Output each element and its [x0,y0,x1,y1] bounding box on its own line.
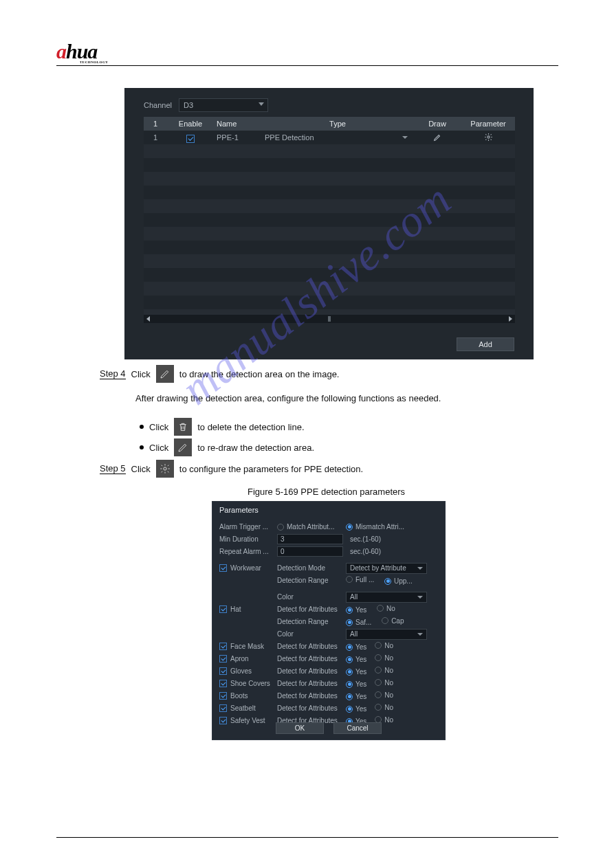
workwear-label: Workwear [230,564,261,572]
shoe-yes-radio[interactable]: Yes [346,680,366,688]
pencil-icon [156,365,174,383]
min-duration-label: Min Duration [219,535,277,543]
row-name: PPE-1 [214,133,262,142]
bullet-icon [140,445,144,449]
enable-checkbox[interactable] [186,135,195,143]
rules-table: 1 Enable Name Type Draw Parameter 1 PPE-… [144,117,515,323]
shoe-no-radio[interactable]: No [375,679,393,687]
table-row [144,186,515,199]
facemask-no-radio[interactable]: No [375,642,393,649]
hat-no-radio[interactable]: No [377,605,395,612]
match-radio[interactable]: Match Attribut... [277,523,338,531]
seatbelt-yes-radio[interactable]: Yes [346,705,366,713]
color-select[interactable]: All [346,592,427,603]
apron-checkbox[interactable] [219,655,227,663]
header-rule [56,65,558,66]
logo-a: a [56,40,66,63]
apron-yes-radio[interactable]: Yes [346,656,366,663]
svg-point-0 [487,135,489,137]
bullet1-click: Click [149,422,168,432]
dfa-label: Detect for Attributes [277,605,346,613]
channel-panel: Channel D3 1 Enable Name Type Draw Param… [124,88,534,359]
table-row [144,144,515,158]
table-row [144,268,515,282]
detection-mode-select[interactable]: Detect by Attribute [346,563,427,574]
table-row [144,282,515,296]
scroll-thumb [328,316,331,322]
logo-hua: hua [66,40,97,63]
draw-icon[interactable] [413,133,461,143]
facemask-yes-radio[interactable]: Yes [346,643,366,651]
chevron-down-icon [417,633,423,636]
min-duration-unit: sec.(1-60) [346,535,438,543]
facemask-checkbox[interactable] [219,643,227,650]
hat-yes-radio[interactable]: Yes [346,606,366,614]
pencil-icon [174,438,192,456]
channel-select[interactable]: D3 [179,98,268,112]
workwear-checkbox[interactable] [219,564,227,572]
row-type-value: PPE Detection [265,133,314,142]
step5-rest: to configure the parameters for PPE dete… [179,464,363,474]
match-label: Match Attribut... [287,523,334,531]
col-enable: Enable [167,120,214,128]
boots-checkbox[interactable] [219,692,227,700]
min-duration-input[interactable] [277,534,343,544]
cap-radio[interactable]: Cap [382,617,404,625]
apron-no-radio[interactable]: No [375,654,393,662]
channel-label: Channel [144,101,172,109]
col-name: Name [214,120,262,128]
gear-icon[interactable] [461,133,515,143]
seatbelt-checkbox[interactable] [219,704,227,712]
col-param: Parameter [461,120,515,128]
step4-label: Step 4 [100,368,126,379]
hat-checkbox[interactable] [219,605,227,613]
gloves-no-radio[interactable]: No [375,667,393,674]
table-row [144,296,515,309]
add-button[interactable]: Add [457,337,514,351]
repeat-alarm-input[interactable] [277,546,343,557]
bullet2-rest: to re-draw the detection area. [197,443,314,453]
trash-icon [174,418,192,436]
table-header: 1 Enable Name Type Draw Parameter [144,117,515,131]
color-label: Color [277,593,346,601]
step5-click: Click [131,464,151,474]
ok-button[interactable]: OK [276,722,324,734]
horizontal-scrollbar[interactable] [144,315,515,323]
chevron-down-icon [417,567,423,570]
cancel-button[interactable]: Cancel [333,722,382,734]
full-radio[interactable]: Full ... [346,576,374,583]
color-value: All [350,593,358,601]
chevron-down-icon [417,596,423,599]
bullet1-rest: to delete the detection line. [197,422,304,432]
hat-label: Hat [230,605,241,613]
table-row: 1 PPE-1 PPE Detection [144,131,515,144]
saf-radio[interactable]: Saf... [346,619,371,626]
table-row [144,241,515,254]
bullet2-click: Click [149,443,168,453]
shoe-checkbox[interactable] [219,680,227,687]
chevron-down-icon [402,136,408,139]
channel-select-value: D3 [179,98,268,112]
scroll-left-icon [146,316,150,322]
boots-yes-radio[interactable]: Yes [346,693,366,700]
step4-rest: to draw the detection area on the image. [179,369,340,379]
step5-label: Step 5 [100,463,126,474]
dialog-title: Parameters [212,502,445,521]
boots-no-radio[interactable]: No [375,691,393,699]
parameters-dialog: Parameters Alarm Trigger ... Match Attri… [212,501,446,740]
detection-range-label: Detection Range [277,577,346,584]
table-row [144,213,515,227]
color-label: Color [277,630,346,638]
step4-click: Click [131,369,151,379]
detection-mode-label: Detection Mode [277,564,346,572]
mismatch-radio[interactable]: Mismatch Attri... [346,523,430,531]
detection-mode-value: Detect by Attribute [350,564,406,572]
gloves-yes-radio[interactable]: Yes [346,668,366,676]
upp-radio[interactable]: Upp... [384,577,413,585]
mismatch-label: Mismatch Attri... [355,523,404,531]
seatbelt-no-radio[interactable]: No [375,704,393,711]
row-type-select[interactable]: PPE Detection [262,133,413,142]
col-type: Type [262,120,413,128]
gloves-checkbox[interactable] [219,667,227,675]
hat-color-select[interactable]: All [346,629,427,640]
